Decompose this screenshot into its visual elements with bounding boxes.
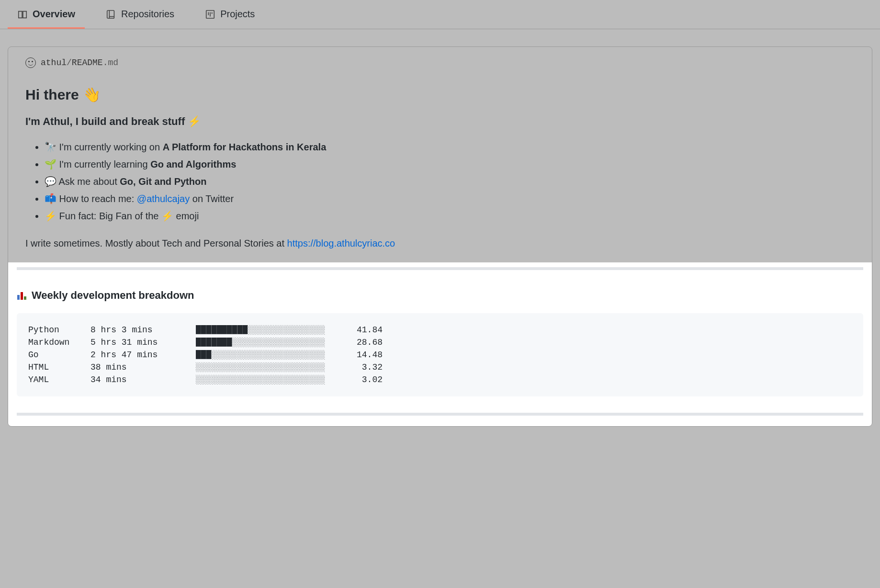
divider xyxy=(17,267,863,270)
list-item: ⚡ Fun fact: Big Fan of the ⚡ emoji xyxy=(45,207,855,225)
tab-projects-label: Projects xyxy=(220,9,255,20)
mailbox-icon: 📫 xyxy=(45,190,56,207)
list-item: 🔭 I'm currently working on A Platform fo… xyxy=(45,138,855,156)
table-row: Python8 hrs 3 mins██████████░░░░░░░░░░░░… xyxy=(28,324,852,336)
tab-overview-label: Overview xyxy=(33,9,75,20)
tab-repositories-label: Repositories xyxy=(121,9,174,20)
project-icon xyxy=(205,9,215,20)
repo-icon xyxy=(106,9,116,20)
seedling-icon: 🌱 xyxy=(45,156,56,173)
readme-info-list: 🔭 I'm currently working on A Platform fo… xyxy=(25,138,855,225)
readme-subheading: I'm Athul, I build and break stuff ⚡ xyxy=(25,115,855,128)
smiley-icon xyxy=(25,57,36,68)
twitter-link[interactable]: @athulcajay xyxy=(137,193,190,204)
table-row: Markdown5 hrs 31 mins███████░░░░░░░░░░░░… xyxy=(28,336,852,349)
table-row: Go2 hrs 47 mins███░░░░░░░░░░░░░░░░░░░░░░… xyxy=(28,349,852,361)
tab-overview[interactable]: Overview xyxy=(8,0,85,29)
readme-path: athul/README.md xyxy=(8,47,872,68)
path-separator: / xyxy=(67,58,72,68)
bar-chart-icon xyxy=(17,291,27,300)
readme-content: Hi there 👋 I'm Athul, I build and break … xyxy=(8,68,872,249)
readme-filename: README xyxy=(72,58,103,68)
book-icon xyxy=(17,9,28,20)
weekly-code-block: Python8 hrs 3 mins██████████░░░░░░░░░░░░… xyxy=(17,313,863,396)
divider xyxy=(17,413,863,416)
tab-repositories[interactable]: Repositories xyxy=(96,0,184,29)
readme-heading: Hi there 👋 xyxy=(25,86,855,103)
list-item: 🌱 I'm currently learning Go and Algorith… xyxy=(45,156,855,173)
telescope-icon: 🔭 xyxy=(45,138,56,156)
weekly-breakdown-section: Weekly development breakdown Python8 hrs… xyxy=(8,262,872,426)
zap-icon: ⚡ xyxy=(45,207,56,225)
speech-icon: 💬 xyxy=(45,173,56,190)
table-row: YAML34 mins░░░░░░░░░░░░░░░░░░░░░░░░░3.02 xyxy=(28,373,852,386)
readme-user: athul xyxy=(41,58,67,68)
profile-readme-card: athul/README.md Hi there 👋 I'm Athul, I … xyxy=(8,46,872,427)
table-row: HTML38 mins░░░░░░░░░░░░░░░░░░░░░░░░░3.32 xyxy=(28,361,852,373)
list-item: 💬 Ask me about Go, Git and Python xyxy=(45,173,855,190)
weekly-title: Weekly development breakdown xyxy=(17,289,863,302)
readme-ext: .md xyxy=(103,58,118,68)
list-item: 📫 How to reach me: @athulcajay on Twitte… xyxy=(45,190,855,207)
readme-writes: I write sometimes. Mostly about Tech and… xyxy=(25,238,855,249)
tab-projects[interactable]: Projects xyxy=(195,0,264,29)
blog-link[interactable]: https://blog.athulcyriac.co xyxy=(287,238,395,249)
profile-tabs: Overview Repositories Projects xyxy=(0,0,880,29)
